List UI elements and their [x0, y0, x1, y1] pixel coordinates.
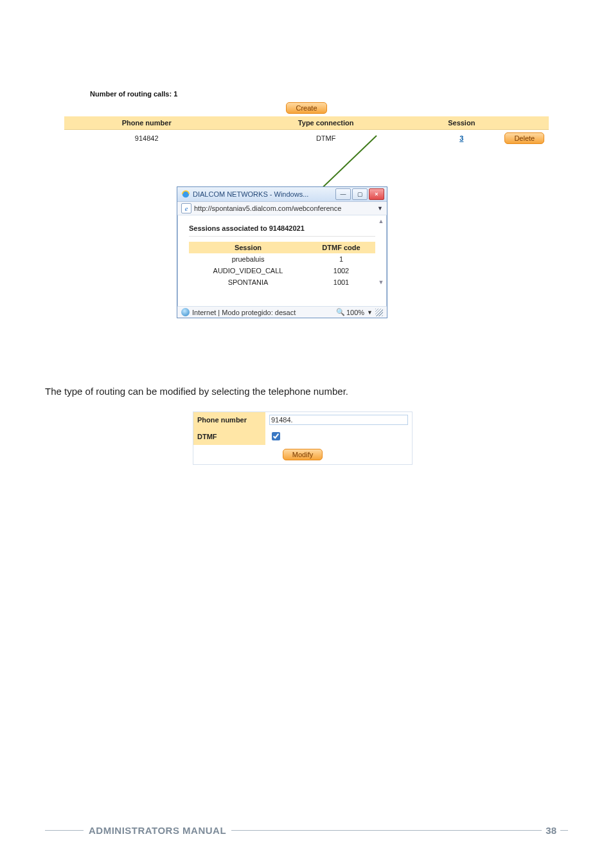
popup-titlebar: DIALCOM NETWORKS - Windows... — ▢ ×	[177, 187, 387, 202]
session-name: SPONTANIA	[189, 276, 307, 288]
table-row: 914842 DTMF 3 Delete	[64, 130, 549, 147]
footer-title: ADMINISTRATORS MANUAL	[89, 825, 226, 836]
routing-table: Phone number Type connection Session 914…	[64, 116, 549, 147]
table-header-row: Phone number Type connection Session	[64, 116, 549, 130]
footer-rule	[560, 830, 568, 831]
ie-page-icon: e	[181, 203, 191, 213]
col-dtmf: DTMF code	[307, 242, 375, 253]
popup-window: DIALCOM NETWORKS - Windows... — ▢ × e ht…	[177, 186, 387, 318]
phone-cell: 914842	[64, 130, 229, 147]
address-dropdown-icon[interactable]: ▼	[377, 205, 383, 212]
session-name: AUDIO_VIDEO_CALL	[189, 265, 307, 276]
phone-number-label: Phone number	[193, 412, 265, 428]
zoom-value: 100%	[346, 309, 364, 316]
page-number: 38	[546, 825, 556, 836]
dtmf-checkbox[interactable]	[272, 432, 280, 440]
address-bar: e http://spontaniav5.dialcom.com/webconf…	[177, 202, 387, 215]
table-row: pruebaluis 1	[189, 253, 375, 265]
scroll-up-icon[interactable]: ▲	[377, 217, 386, 226]
col-phone: Phone number	[64, 116, 229, 130]
body-paragraph: The type of routing can be modified by s…	[45, 386, 348, 397]
footer-rule	[45, 830, 84, 831]
col-session: Session	[423, 116, 501, 130]
routing-count-label: Number of routing calls: 1	[90, 90, 549, 98]
session-link[interactable]: 3	[459, 134, 463, 142]
type-cell: DTMF	[229, 130, 423, 147]
sessions-table: Session DTMF code pruebaluis 1 AUDIO_VID…	[189, 242, 375, 288]
dtmf-code: 1	[307, 253, 375, 265]
scroll-down-icon[interactable]: ▼	[377, 278, 386, 287]
footer-rule	[231, 830, 542, 831]
session-cell[interactable]: 3	[423, 130, 501, 147]
create-button[interactable]: Create	[286, 102, 326, 114]
close-button[interactable]: ×	[369, 188, 384, 200]
page-footer: ADMINISTRATORS MANUAL 38	[45, 825, 568, 836]
ie-icon	[181, 190, 190, 199]
dtmf-code: 1001	[307, 276, 375, 288]
col-session: Session	[189, 242, 307, 253]
table-row: SPONTANIA 1001	[189, 276, 375, 288]
minimize-button[interactable]: —	[335, 188, 351, 200]
session-name: pruebaluis	[189, 253, 307, 265]
status-bar: Internet | Modo protegido: desact 🔍 100%…	[177, 306, 387, 318]
address-url[interactable]: http://spontaniav5.dialcom.com/webconfer…	[194, 204, 375, 212]
dtmf-label: DTMF	[193, 428, 265, 445]
table-header-row: Session DTMF code	[189, 242, 375, 253]
dtmf-code: 1002	[307, 265, 375, 276]
delete-button[interactable]: Delete	[504, 132, 544, 144]
phone-number-input[interactable]	[269, 415, 408, 425]
internet-zone-icon	[181, 308, 190, 316]
table-row: AUDIO_VIDEO_CALL 1002	[189, 265, 375, 276]
zoom-icon[interactable]: 🔍	[336, 308, 345, 316]
popup-heading: Sessions associated to 914842021	[189, 224, 375, 237]
popup-title: DIALCOM NETWORKS - Windows...	[193, 190, 334, 198]
modify-form: Phone number DTMF Modify	[193, 411, 413, 465]
modify-button[interactable]: Modify	[283, 449, 323, 460]
status-text: Internet | Modo protegido: desact	[192, 309, 336, 316]
maximize-button[interactable]: ▢	[352, 188, 368, 200]
col-type: Type connection	[229, 116, 423, 130]
zoom-dropdown-icon[interactable]: ▼	[367, 309, 373, 316]
resize-grip-icon[interactable]	[375, 309, 383, 316]
